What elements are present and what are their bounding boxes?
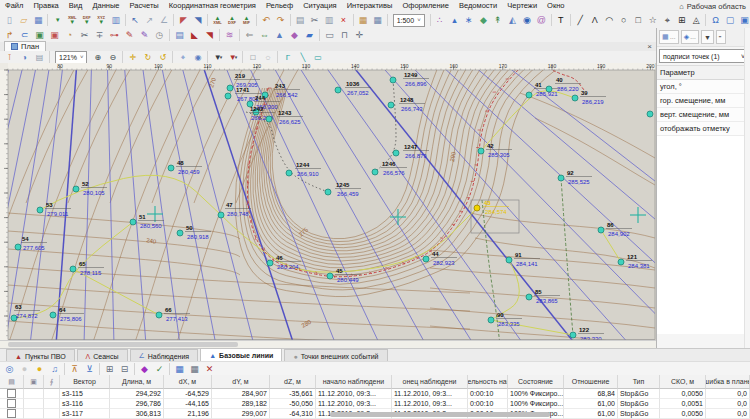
slope-up-button[interactable]: ◥ [202, 29, 217, 42]
sphere-view-button[interactable]: ◉ [520, 14, 534, 27]
trace-button[interactable]: ⊂ [17, 29, 32, 42]
edit-mode-button[interactable]: ⊺ [2, 52, 17, 63]
zoom-select[interactable]: 121%˅ [55, 51, 87, 64]
map-point[interactable] [50, 312, 56, 318]
layers-panel-button[interactable]: ▤ [32, 52, 47, 63]
menu-item-4[interactable]: Данные [87, 0, 124, 12]
exchange-button[interactable]: ⇔ [257, 29, 272, 42]
column-header-4[interactable]: Вектор [60, 375, 110, 389]
map-point[interactable] [325, 189, 331, 195]
column-header-1[interactable]: ▤ [0, 375, 24, 389]
table-settings-button[interactable]: ▦ [172, 363, 187, 376]
parameter-row-4[interactable]: отображать отметку [657, 122, 750, 136]
parameter-row-1[interactable]: угол, ° [657, 80, 750, 94]
snap-line-button[interactable]: ╲ [295, 52, 310, 63]
measure-tool-button[interactable]: ↗ [142, 14, 156, 27]
column-header-14[interactable]: Тип [618, 375, 660, 389]
point-create-button[interactable]: ◤ [176, 14, 190, 27]
import-xml-button[interactable]: XML▼ [65, 14, 79, 27]
center-view-button[interactable]: ⌖ [175, 52, 190, 63]
add-row-button[interactable]: ⊞ [102, 363, 117, 376]
map-point[interactable] [15, 244, 21, 250]
table-horizontal-scrollbar[interactable] [330, 412, 550, 417]
map-point[interactable] [570, 332, 576, 338]
bracket-button[interactable]: ⊓ [337, 29, 352, 42]
line-tool-button[interactable]: ╱ [573, 14, 587, 27]
column-header-5[interactable]: Длина, м [110, 375, 164, 389]
recalculate-button[interactable]: ◆ [287, 29, 302, 42]
menu-item-10[interactable]: Оформление [397, 0, 454, 12]
column-header-13[interactable]: Отношение [564, 375, 618, 389]
delete-button[interactable]: × [336, 14, 350, 27]
column-header-8[interactable]: dZ, м [270, 375, 316, 389]
triangulate-button[interactable]: ▲ [272, 29, 287, 42]
pane-two-button[interactable]: ▣ [737, 14, 750, 27]
map-point[interactable] [73, 186, 79, 192]
select-rect-button[interactable]: □ [245, 52, 260, 63]
to-start-button[interactable]: ⊼ [67, 363, 82, 376]
export-dxf-button[interactable]: ▲DXF [225, 14, 239, 27]
table-row-1[interactable]: s3-115294,292-64,529284,907-35,66111.12.… [0, 389, 750, 399]
select-contour-button[interactable]: ◌ [260, 52, 275, 63]
column-header-2[interactable]: ▣ [24, 375, 44, 389]
map-point[interactable] [572, 95, 578, 101]
object-settings-button[interactable]: ◈… [681, 30, 699, 44]
table-view-button[interactable]: ▰ [302, 29, 317, 42]
apply-button[interactable]: ✓ [152, 363, 167, 376]
parameter-row-2[interactable]: гор. смещение, мм [657, 94, 750, 108]
row-checkbox[interactable] [7, 389, 16, 398]
panel-collapse-button[interactable]: ╸ [716, 30, 726, 44]
menu-item-12[interactable]: Чертежи [502, 0, 542, 12]
draw-red-button[interactable]: ✎ [122, 29, 137, 42]
map-point[interactable] [598, 227, 604, 233]
rotate-view-button[interactable]: ↻ [140, 52, 155, 63]
map-point[interactable] [335, 87, 341, 93]
clear-button[interactable]: ✕ [202, 363, 217, 376]
map-scroll-thumb[interactable] [8, 342, 238, 347]
zoom-out-button[interactable]: ⊖ [105, 52, 120, 63]
frame-button[interactable]: ▭ [322, 29, 337, 42]
column-header-12[interactable]: Состояние [508, 375, 564, 389]
point-labels-select[interactable]: подписи точек (1) ˅ [659, 49, 749, 63]
map-point[interactable] [546, 86, 552, 92]
rectangle-tool-button[interactable]: □ [631, 14, 645, 27]
snap-node-button[interactable]: ∗ [462, 14, 476, 27]
map-point[interactable] [478, 148, 484, 154]
rotate-object-button[interactable]: ◔ [62, 29, 77, 42]
binoculars-button[interactable]: ◎ [2, 363, 17, 376]
menu-item-9[interactable]: Интерактивы [342, 0, 398, 12]
fill-style-button[interactable]: ▤ [172, 29, 187, 42]
zoom-to-selection-button[interactable]: ◉ [190, 52, 205, 63]
open-document-button[interactable]: ▱ [16, 14, 30, 27]
menu-item-7[interactable]: Рельеф [261, 0, 298, 12]
column-header-3[interactable]: ∮ [44, 375, 60, 389]
split-button[interactable]: ✂ [77, 29, 92, 42]
angle-tool-button[interactable]: ∠ [157, 14, 171, 27]
menu-item-5[interactable]: Расчеты [124, 0, 163, 12]
map-point[interactable] [488, 317, 494, 323]
export-mif-button[interactable]: ▲MIF [239, 14, 253, 27]
panel-menu-button[interactable]: ▼ [701, 30, 714, 44]
filter-visibility-button[interactable]: ▼▾ [225, 52, 240, 63]
tab-plan[interactable]: План [4, 41, 46, 51]
create-object-button[interactable]: ▣ [32, 29, 47, 42]
map-point-selected[interactable] [474, 205, 480, 211]
import-table-button[interactable]: ▥ [108, 14, 122, 27]
map-point[interactable] [266, 116, 272, 122]
plan-view-settings-button[interactable]: ▦… [659, 30, 679, 44]
column-header-6[interactable]: dX, м [164, 375, 212, 389]
select-tool-button[interactable]: ↖ [128, 14, 142, 27]
import-dxf-button[interactable]: DXF▼ [79, 14, 93, 27]
column-header-15[interactable]: СКО, м [660, 375, 706, 389]
save-button[interactable]: ▦ [31, 14, 45, 27]
map-point[interactable] [177, 230, 183, 236]
menu-item-1[interactable]: Файл [0, 0, 28, 12]
smooth-button[interactable]: ≋ [222, 29, 237, 42]
frequencies-button[interactable]: ♫ [47, 363, 62, 376]
map-point[interactable] [390, 77, 396, 83]
workspace-area[interactable]: ⌂ Рабочая область [679, 2, 750, 11]
triangle-tool-button[interactable]: ◬ [689, 14, 703, 27]
map-point[interactable] [227, 85, 233, 91]
pan-button[interactable]: ✛ [125, 52, 140, 63]
map-point[interactable] [218, 212, 224, 218]
